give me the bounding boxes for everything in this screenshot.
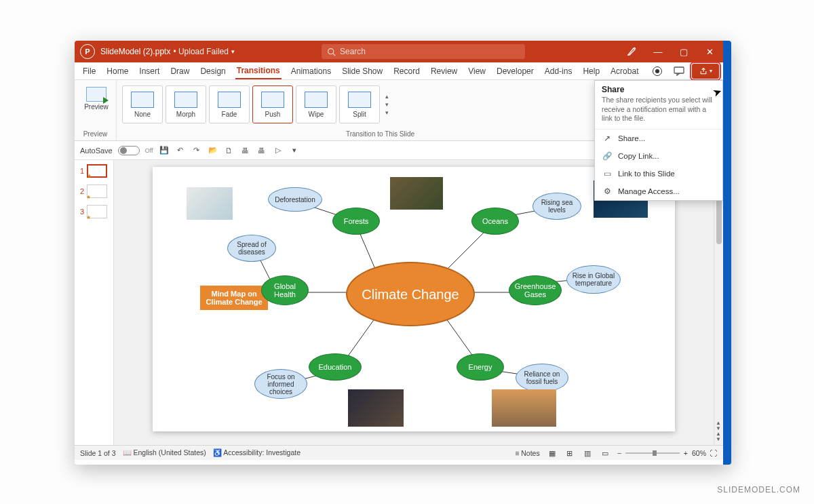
tab-help[interactable]: Help [581,64,601,79]
thumbnail-2[interactable]: 2★ [77,185,111,198]
share-item-linkslide[interactable]: ▭Link to this Slide [595,165,722,182]
node-oceans: Oceans [471,208,519,235]
tab-transitions[interactable]: Transitions [235,63,282,79]
tab-draw[interactable]: Draw [169,64,191,79]
slideshow-icon[interactable]: ▷ [273,145,284,156]
normal-view-icon[interactable]: ▦ [547,449,558,457]
notes-button[interactable]: ≡ Notes [515,449,539,457]
share-button[interactable]: ▾ [692,64,719,79]
tab-record[interactable]: Record [392,64,421,79]
transition-split[interactable]: Split [339,85,380,123]
printpreview-icon[interactable]: 🖶 [256,145,267,156]
tab-addins[interactable]: Add-ins [543,64,574,79]
coming-soon-icon[interactable] [624,45,640,58]
statusbar: Slide 1 of 3 📖 English (United States) ♿… [75,445,723,460]
powerpoint-window: P SlideModel (2).pptx • Upload Failed ▾ … [75,41,731,465]
transition-group-label: Transition to This Slide [122,130,638,139]
minimize-button[interactable]: — [650,47,666,57]
camera-button[interactable] [648,64,666,78]
node-choices: Focus on informed choices [254,369,307,399]
thumbnail-1[interactable]: 1★ [77,164,111,178]
undo-icon[interactable]: ↶ [175,145,186,156]
sorter-view-icon[interactable]: ⊞ [564,449,575,457]
slide-link-icon: ▭ [602,169,613,178]
workspace: 1★ 2★ 3★ [75,160,723,445]
svg-line-1 [333,53,335,55]
preview-button[interactable]: Preview [80,83,113,111]
maximize-button[interactable]: ▢ [676,47,692,57]
image-placeholder-5 [492,389,556,427]
watermark: SLIDEMODEL.COM [717,485,800,495]
share-item-manage[interactable]: ⚙Manage Access... [595,182,722,200]
accessibility-status[interactable]: ♿ Accessibility: Investigate [213,448,301,457]
transition-push[interactable]: Push [252,85,293,123]
powerpoint-icon: P [80,44,95,59]
slide-counter[interactable]: Slide 1 of 3 [80,449,116,457]
thumbnail-3[interactable]: 3★ [77,205,111,218]
node-diseases: Spread of diseases [227,235,276,262]
image-placeholder-2 [390,177,443,210]
upload-status[interactable]: • Upload Failed [173,47,229,56]
slideshow-view-icon[interactable]: ▭ [600,449,610,457]
close-button[interactable]: ✕ [701,47,718,57]
slide-canvas[interactable]: Mind Map onClimate Change Climate Change… [114,160,714,445]
tab-design[interactable]: Design [199,64,227,79]
tab-animations[interactable]: Animations [290,64,332,79]
slide-thumbnails: 1★ 2★ 3★ [75,160,114,445]
transition-wipe[interactable]: Wipe [296,85,336,123]
transition-morph[interactable]: Morph [166,85,206,123]
share-item-share[interactable]: ↗Share... [595,130,722,147]
zoom-out-button[interactable]: − [617,449,621,457]
filename: SlideModel (2).pptx [100,47,170,56]
transition-fade[interactable]: Fade [209,85,250,123]
svg-rect-2 [674,67,684,73]
ribbon-tabs: File Home Insert Draw Design Transitions… [75,62,723,80]
svg-point-0 [328,48,334,54]
preview-label: Preview [84,103,109,111]
autosave-label: AutoSave [80,147,113,155]
new-icon[interactable]: 🗋 [224,145,235,156]
tab-slideshow[interactable]: Slide Show [341,64,384,79]
search-input[interactable]: Search [322,44,525,59]
share-arrow-icon: ↗ [602,134,613,143]
node-temp: Rise in Global temperature [566,265,621,294]
node-rising-sea: Rising sea levels [532,193,581,220]
tab-file[interactable]: File [81,64,97,79]
tab-review[interactable]: Review [429,64,459,79]
search-placeholder: Search [340,47,366,56]
slide: Mind Map onClimate Change Climate Change… [153,167,675,431]
reading-view-icon[interactable]: ▥ [582,449,593,457]
transition-icon [218,92,241,108]
node-gases: Greenhouse Gases [509,275,562,305]
transitions-more[interactable]: ▴▾▾ [383,85,393,123]
quickprint-icon[interactable]: 🖶 [240,145,251,156]
tab-developer[interactable]: Developer [495,64,535,79]
tab-insert[interactable]: Insert [138,64,161,79]
transition-icon [261,92,284,108]
share-menu: Share The share recipients you select wi… [594,80,723,201]
redo-icon[interactable]: ↷ [191,145,202,156]
filename-chevron-icon[interactable]: ▾ [231,48,235,55]
vertical-scrollbar[interactable]: ▲▼▲▼ [714,160,723,445]
open-icon[interactable]: 📂 [208,145,218,156]
zoom-slider[interactable] [625,452,680,454]
save-icon[interactable]: 💾 [159,145,170,156]
tab-acrobat[interactable]: Acrobat [609,64,640,79]
transition-icon [174,92,197,108]
tab-view[interactable]: View [467,64,487,79]
autosave-toggle[interactable] [118,146,140,155]
node-deforestation: Deforestation [268,187,322,212]
more-icon[interactable]: ▾ [289,145,300,156]
share-item-copylink[interactable]: 🔗Copy Link... [595,147,722,165]
image-placeholder-1 [187,187,233,220]
autosave-state: Off [145,147,153,154]
language-status[interactable]: 📖 English (United States) [123,448,206,457]
transition-none[interactable]: None [122,85,163,123]
preview-group-label: Preview [80,130,111,139]
fit-button[interactable]: ⛶ [710,449,718,457]
zoom-level[interactable]: 60% [692,449,706,457]
comments-button[interactable] [670,64,688,78]
zoom-in-button[interactable]: + [684,449,688,457]
transition-icon [305,92,328,108]
tab-home[interactable]: Home [105,64,130,79]
